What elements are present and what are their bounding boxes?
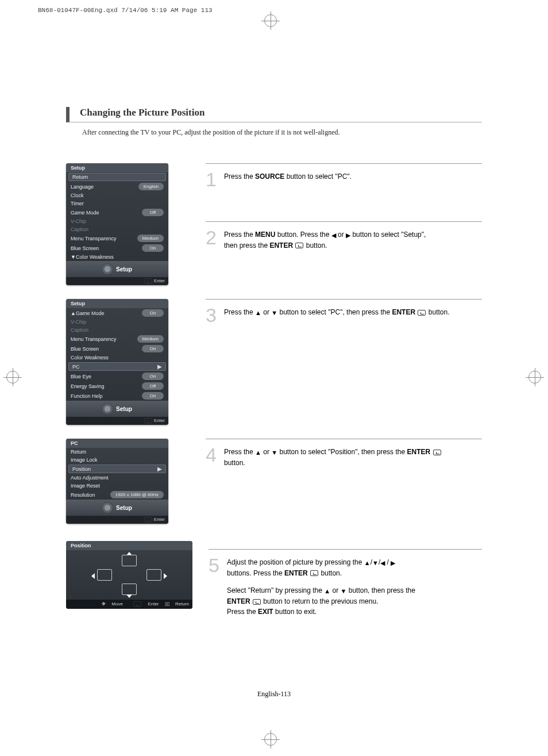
step-4: 4 Press the ▲ or ▼ button to select "Pos… bbox=[206, 445, 482, 468]
step-text: Press the MENU button. Press the ◀ or ▶ … bbox=[224, 228, 426, 251]
right-arrow-icon: ▶ bbox=[391, 558, 395, 568]
step-text: Adjust the position of picture by pressi… bbox=[227, 555, 415, 617]
step-number: 1 bbox=[206, 170, 221, 189]
osd-item-value: On bbox=[142, 244, 164, 252]
osd-item-label: Menu Transparency bbox=[71, 336, 117, 342]
gear-icon bbox=[102, 264, 113, 274]
osd-menu-item: Menu TransparencyMedium bbox=[66, 334, 168, 344]
osd-menu-item: Image Lock bbox=[66, 456, 168, 464]
osd-menu-item: Return bbox=[66, 448, 168, 456]
tv-icon bbox=[122, 555, 137, 566]
osd-item-value: Off bbox=[142, 382, 164, 390]
osd-menu-item: Timer bbox=[66, 199, 168, 208]
osd-enter-bar: Enter bbox=[66, 516, 168, 524]
osd-item-label: Caption bbox=[71, 327, 88, 333]
osd-footer-label: Setup bbox=[116, 406, 132, 412]
osd-menu-item: ▼Color Weakness bbox=[66, 253, 168, 261]
up-arrow-icon: ▲ bbox=[255, 308, 261, 318]
step-text: Press the ▲ or ▼ button to select "Posit… bbox=[224, 445, 442, 468]
up-arrow-icon: ▲ bbox=[324, 586, 330, 596]
enter-icon bbox=[144, 418, 152, 424]
print-header: BN68-01047F-00Eng.qxd 7/14/06 5:19 AM Pa… bbox=[38, 7, 213, 14]
osd-menu-item: Auto Adjustment bbox=[66, 474, 168, 482]
osd-menu-item: Function HelpOn bbox=[66, 391, 168, 401]
osd-item-value: On bbox=[142, 392, 164, 400]
osd-menu-item: PC▶ bbox=[68, 362, 166, 371]
osd-menu-item: Blue ScreenOn bbox=[66, 344, 168, 354]
step-5: 5 Adjust the position of picture by pres… bbox=[209, 555, 482, 617]
tv-icon bbox=[97, 569, 112, 581]
osd-menu-item: Blue ScreenOn bbox=[66, 243, 168, 253]
osd-item-label: Return bbox=[71, 449, 86, 455]
chevron-right-icon: ▶ bbox=[157, 363, 162, 370]
left-arrow-icon: ◀ bbox=[380, 558, 385, 568]
step-text: Press the SOURCE button to select "PC". bbox=[224, 170, 352, 182]
crop-mark-bottom bbox=[264, 733, 277, 746]
step-1: 1 Press the SOURCE button to select "PC"… bbox=[206, 170, 482, 189]
osd-menu-item: Clock bbox=[66, 191, 168, 199]
osd-menu-item: Position▶ bbox=[68, 465, 166, 473]
right-arrow-icon: ▶ bbox=[346, 231, 350, 240]
osd-item-label: Timer bbox=[71, 201, 84, 206]
osd-menu-item: Resolution1920 x 1080 @ 60Hz bbox=[66, 490, 168, 500]
osd-title: PC bbox=[66, 439, 168, 448]
step-number: 5 bbox=[209, 555, 223, 575]
enter-icon bbox=[295, 243, 303, 248]
osd-item-label: Return bbox=[72, 174, 88, 180]
section-title: Changing the Picture Position bbox=[66, 107, 482, 122]
osd-setup-1: Setup ReturnLanguageEnglishClockTimerGam… bbox=[66, 163, 168, 285]
enter-icon bbox=[144, 278, 152, 284]
osd-item-value: Off bbox=[142, 209, 164, 216]
osd-item-label: Position bbox=[72, 466, 91, 472]
crop-mark-top bbox=[264, 14, 277, 27]
osd-menu-item: Game ModeOff bbox=[66, 208, 168, 217]
osd-item-label: Blue Eye bbox=[71, 374, 91, 379]
osd-item-label: Game Mode bbox=[71, 210, 99, 216]
step-number: 2 bbox=[206, 228, 221, 247]
page-number: English-113 bbox=[0, 690, 548, 699]
right-arrow-icon bbox=[164, 573, 167, 579]
gear-icon bbox=[102, 502, 113, 513]
down-arrow-icon: ▼ bbox=[271, 448, 277, 458]
osd-title: Position bbox=[66, 541, 192, 550]
osd-menu-item: Caption bbox=[66, 225, 168, 233]
tv-icon bbox=[122, 584, 137, 595]
osd-menu-item: Energy SavingOff bbox=[66, 381, 168, 391]
osd-item-value: On bbox=[142, 373, 164, 380]
osd-item-label: Clock bbox=[71, 193, 84, 198]
osd-pc: PC ReturnImage LockPosition▶Auto Adjustm… bbox=[66, 439, 168, 524]
osd-menu-item: ▲Game ModeOn bbox=[66, 308, 168, 318]
osd-setup-2: Setup ▲Game ModeOnV-ChipCaptionMenu Tran… bbox=[66, 299, 168, 425]
osd-item-label: Resolution bbox=[71, 492, 95, 498]
osd-item-label: Language bbox=[71, 184, 94, 190]
enter-icon bbox=[144, 517, 152, 523]
osd-menu-item: Color Weakness bbox=[66, 354, 168, 362]
step-3: 3 Press the ▲ or ▼ button to select "PC"… bbox=[206, 305, 482, 325]
down-arrow-icon bbox=[126, 594, 132, 598]
osd-menu-item: V-Chip bbox=[66, 217, 168, 225]
osd-item-label: Menu Transparency bbox=[71, 236, 117, 241]
osd-item-label: Caption bbox=[71, 227, 88, 232]
osd-item-value: On bbox=[142, 345, 164, 352]
osd-footer-hints: ✥ Move Enter ▯▯ Return bbox=[66, 600, 192, 609]
osd-item-label: Blue Screen bbox=[71, 245, 99, 251]
osd-menu-item: Image Reset bbox=[66, 482, 168, 490]
down-arrow-icon: ▼ bbox=[271, 308, 277, 318]
osd-item-label: ▼Color Weakness bbox=[71, 254, 114, 260]
step-text: Press the ▲ or ▼ button to select "PC", … bbox=[224, 305, 450, 318]
osd-item-label: V-Chip bbox=[71, 218, 86, 224]
crop-mark-right bbox=[528, 371, 541, 383]
osd-footer-label: Setup bbox=[116, 505, 132, 511]
step-2: 2 Press the MENU button. Press the ◀ or … bbox=[206, 228, 482, 251]
enter-icon bbox=[253, 599, 261, 605]
osd-item-label: Image Lock bbox=[71, 457, 98, 463]
osd-item-label: Energy Saving bbox=[71, 383, 105, 389]
section-subtitle: After connecting the TV to your PC, adju… bbox=[82, 128, 482, 137]
osd-item-value: Medium bbox=[137, 335, 164, 343]
gear-icon bbox=[102, 404, 113, 414]
enter-icon bbox=[310, 570, 318, 576]
osd-menu-item: Return bbox=[68, 173, 166, 181]
enter-icon bbox=[133, 601, 141, 607]
osd-item-label: Function Help bbox=[71, 393, 103, 399]
step-number: 4 bbox=[206, 445, 221, 465]
